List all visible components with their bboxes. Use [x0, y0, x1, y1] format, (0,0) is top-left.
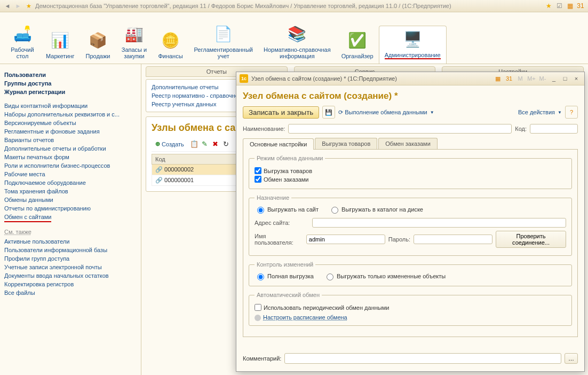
run-exchange-action[interactable]: ⟳Выполнение обмена данными▼ [338, 109, 434, 116]
toolbar-cal-icon[interactable]: ▦ [566, 2, 574, 10]
stock-icon: 🏭 [121, 23, 147, 44]
code-input[interactable] [530, 124, 578, 134]
sidebar-scheduled-jobs[interactable]: Регламентные и фоновые задания [4, 127, 137, 136]
user-label: Имя пользователя: [255, 233, 303, 246]
save-close-button[interactable]: Записать и закрыть [243, 106, 319, 119]
site-addr-input[interactable] [312, 218, 566, 228]
ribbon: 🛋️Рабочий стол 📊Маркетинг 📦Продажи 🏭Запа… [0, 12, 588, 64]
ribbon-desktop[interactable]: 🛋️Рабочий стол [4, 21, 41, 64]
marketing-icon: 📊 [47, 29, 73, 51]
dlg-m-button[interactable]: M [515, 74, 525, 83]
toolbar-calc-icon[interactable]: ☑ [555, 2, 563, 10]
tab-orders-exchange[interactable]: Обмен заказами [378, 138, 438, 149]
sidebar-workplaces[interactable]: Рабочие места [4, 170, 137, 178]
sidebar-admin-reports[interactable]: Отчеты по администрированию [4, 204, 137, 213]
sidebar-email-accounts[interactable]: Учетные записи электронной почты [4, 263, 137, 271]
ribbon-finance[interactable]: 🪙Финансы [152, 27, 188, 64]
changed-only-radio[interactable]: Выгружать только измененные объекты [324, 272, 446, 280]
sidebar-access-profiles[interactable]: Профили групп доступа [4, 254, 137, 263]
sidebar-contact-types[interactable]: Виды контактной информации [4, 101, 137, 110]
save-icon[interactable]: 💾 [322, 106, 335, 119]
dlg-close-button[interactable]: × [571, 74, 581, 83]
organizer-icon: ✅ [345, 29, 370, 51]
sidebar: Пользователи Группы доступа Журнал регис… [0, 64, 141, 375]
dlg-max-button[interactable]: □ [560, 74, 570, 83]
plus-icon: ⊕ [155, 140, 160, 147]
edit-icon[interactable]: ✎ [201, 140, 209, 149]
pass-label: Пароль: [388, 236, 410, 243]
sidebar-access-groups[interactable]: Группы доступа [4, 79, 137, 88]
refresh-icon[interactable]: ↻ [222, 140, 231, 149]
tab-main-settings[interactable]: Основные настройки [243, 138, 314, 150]
sidebar-file-volumes[interactable]: Тома хранения файлов [4, 187, 137, 196]
sidebar-ib-users[interactable]: Пользователи информационной базы [4, 246, 137, 254]
comment-expand-button[interactable]: … [565, 353, 578, 364]
dlg-grid-icon[interactable]: ▦ [493, 74, 503, 83]
sidebar-extra-reports[interactable]: Дополнительные отчеты и обработки [4, 144, 137, 153]
node-icon: 🔗 [155, 177, 163, 183]
dlg-mminus-button[interactable]: M- [538, 74, 547, 83]
sidebar-report-variants[interactable]: Варианты отчетов [4, 136, 137, 144]
sidebar-all-files[interactable]: Все файлы [4, 288, 137, 297]
dest-site-radio[interactable]: Выгружать на сайт [255, 205, 319, 214]
ribbon-stock[interactable]: 🏭Запасы и закупки [116, 21, 152, 64]
sidebar-equipment[interactable]: Подключаемое оборудование [4, 178, 137, 187]
nav-back-icon[interactable]: ◄ [3, 2, 12, 10]
accounting-icon: 📄 [211, 23, 236, 44]
nav-fwd-icon[interactable]: ► [14, 2, 22, 10]
sidebar-site-exchange[interactable]: Обмен с сайтами [4, 213, 51, 222]
toolbar-star-icon[interactable]: ★ [544, 2, 553, 10]
test-connection-button[interactable]: Проверить соединение... [496, 231, 566, 248]
name-input[interactable] [288, 124, 512, 134]
all-actions-menu[interactable]: Все действия▼ [518, 109, 562, 115]
ribbon-admin[interactable]: 🖥️Администрирование [379, 26, 447, 64]
sidebar-users[interactable]: Пользователи [4, 71, 137, 79]
tab-goods-upload[interactable]: Выгрузка товаров [315, 138, 377, 149]
admin-icon: 🖥️ [400, 28, 425, 50]
favorite-icon[interactable]: ★ [25, 2, 33, 10]
exchange-node-dialog: 1c Узел обмена с сайтом (создание) * (1С… [236, 72, 585, 372]
mode-goods-checkbox[interactable]: Выгрузка товаров [255, 167, 566, 174]
dlg-date-icon[interactable]: 31 [504, 74, 514, 83]
mode-orders-checkbox[interactable]: Обмен заказами [255, 176, 566, 183]
user-input[interactable] [306, 235, 385, 244]
dlg-mplus-button[interactable]: M+ [527, 74, 536, 83]
dialog-titlebar[interactable]: 1c Узел обмена с сайтом (создание) * (1С… [236, 72, 584, 85]
auto-exchange-group: Автоматический обмен Использовать период… [249, 292, 572, 326]
sidebar-roles[interactable]: Роли и исполнители бизнес-процессов [4, 161, 137, 170]
copy-icon[interactable]: 📋 [190, 140, 198, 149]
create-button[interactable]: ⊕Создать [152, 139, 188, 149]
ribbon-sales[interactable]: 📦Продажи [80, 27, 116, 64]
sidebar-data-exchange[interactable]: Обмены данными [4, 196, 137, 204]
sync-icon: ⟳ [338, 109, 343, 116]
sidebar-initial-docs[interactable]: Документы ввода начальных остатков [4, 271, 137, 280]
app-titlebar: ◄ ► ★ Демонстрационная база "Управление … [0, 0, 588, 12]
dialog-heading: Узел обмена с сайтом (создание) * [243, 91, 578, 101]
sidebar-print-templates[interactable]: Макеты печатных форм [4, 153, 137, 161]
pass-input[interactable] [414, 235, 492, 244]
sidebar-active-users[interactable]: Активные пользователи [4, 237, 137, 246]
schedule-link[interactable]: Настроить расписание обмена [263, 314, 347, 321]
delete-icon[interactable]: ✖ [211, 140, 220, 149]
sidebar-reg-journal[interactable]: Журнал регистрации [4, 88, 137, 96]
node-icon: 🔗 [155, 166, 163, 173]
help-icon[interactable]: ? [565, 106, 578, 119]
dlg-min-button[interactable]: _ [549, 74, 559, 83]
sidebar-versioned[interactable]: Версионируемые объекты [4, 119, 137, 127]
dest-disk-radio[interactable]: Выгружать в каталог на диске [329, 205, 423, 214]
dest-legend: Назначение [255, 194, 291, 201]
comment-input[interactable] [284, 353, 561, 364]
change-control-group: Контроль изменений Полная выгрузка Выгру… [249, 261, 572, 286]
app-title: Демонстрационная база "Управление торгов… [35, 3, 451, 9]
use-periodic-checkbox[interactable]: Использовать периодический обмен данными [255, 304, 566, 311]
ribbon-organizer[interactable]: ✅Органайзер [336, 27, 379, 64]
auto-legend: Автоматический обмен [255, 292, 322, 298]
ribbon-marketing[interactable]: 📊Маркетинг [41, 27, 80, 64]
toolbar-date-icon[interactable]: 31 [576, 2, 585, 10]
full-upload-radio[interactable]: Полная выгрузка [255, 272, 314, 280]
sidebar-extra-props[interactable]: Наборы дополнительных реквизитов и с... [4, 110, 137, 119]
app-logo-icon: 1c [240, 74, 248, 83]
sidebar-register-adjust[interactable]: Корректировка регистров [4, 280, 137, 288]
ribbon-reference[interactable]: 📚Нормативно-справочная информация [258, 21, 336, 64]
ribbon-accounting[interactable]: 📄Регламентированный учет [188, 21, 258, 64]
